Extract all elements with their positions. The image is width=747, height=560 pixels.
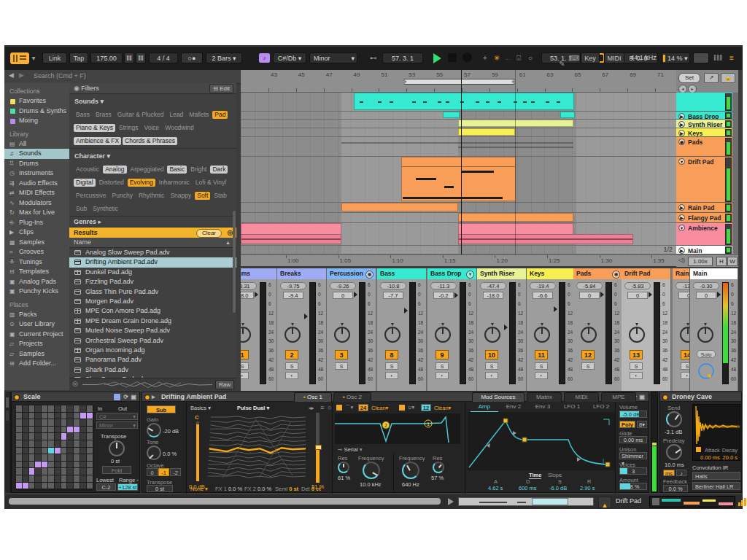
unfold-icon[interactable]: ▾ — [678, 158, 685, 165]
lock-envelopes-icon[interactable]: 🔒 — [721, 73, 735, 83]
filter-tag-inharmonic[interactable]: Inharmonic — [157, 179, 192, 187]
sidebar-item-clips[interactable]: ▶Clips — [4, 228, 69, 238]
ir-waveform-display[interactable]: Attack Decay 0.00 ms 20.0 s — [692, 404, 740, 461]
glide-box[interactable]: 0.00 ms — [619, 436, 647, 443]
scale-grid-cell[interactable] — [80, 427, 86, 433]
f1-res-value[interactable]: 61 % — [338, 475, 350, 481]
scale-grid-cell[interactable] — [61, 468, 67, 475]
scale-grid-cell[interactable] — [55, 419, 61, 426]
env-time-toggle[interactable]: Time — [529, 472, 541, 479]
solo-button[interactable]: S — [285, 362, 298, 370]
track-play-icon[interactable]: ▶ — [678, 247, 685, 254]
scale-grid-cell[interactable] — [67, 448, 73, 454]
track-number-button[interactable]: 8 — [385, 350, 398, 359]
scale-grid-cell[interactable] — [80, 468, 86, 475]
scale-grid-cell[interactable] — [67, 468, 73, 475]
scale-grid-cell[interactable] — [61, 448, 67, 454]
scale-grid-cell[interactable] — [55, 454, 61, 461]
mixer-track-title[interactable]: Synth Riser — [477, 268, 526, 279]
tab-mpe[interactable]: MPE — [601, 392, 636, 402]
raw-preview-button[interactable]: Raw — [215, 380, 234, 389]
midi-map-button[interactable]: MIDI — [604, 52, 624, 63]
logo-menu-chevron-icon[interactable]: ▾ — [31, 52, 36, 63]
fx2-value[interactable]: FX 2 0.0 % — [244, 486, 271, 492]
sidebar-item-mixing[interactable]: Mixing — [4, 116, 69, 126]
browser-forward-icon[interactable]: ▶ — [19, 71, 24, 79]
scale-grid-cell[interactable] — [87, 405, 93, 412]
filter-tag-digital[interactable]: Digital — [74, 179, 96, 187]
track-lane-drift-pad[interactable] — [241, 157, 676, 203]
scale-grid-cell[interactable] — [74, 468, 80, 475]
arrangement-overview[interactable] — [458, 497, 594, 506]
scale-grid-cell[interactable] — [16, 413, 22, 419]
arrangement-scroll-gutter[interactable] — [732, 93, 738, 254]
filter-tag-acoustic[interactable]: Acoustic — [74, 166, 101, 174]
filter-tag-sub[interactable]: Sub — [74, 205, 89, 213]
unison-mode-menu[interactable]: Shimmer ▾ — [619, 452, 647, 459]
expand-device-icon[interactable]: ▸ — [152, 392, 155, 402]
scale-grid-cell[interactable] — [29, 419, 35, 426]
warning-button[interactable]: ▲ — [598, 497, 611, 508]
track-header-rain-pad[interactable]: ▶Rain Pad — [676, 203, 732, 213]
sidebar-item-drums[interactable]: ⠿Drums — [4, 159, 69, 169]
preview-speaker-icon[interactable]: ◎ — [72, 380, 78, 387]
track-lane-flangy-pad[interactable] — [241, 213, 676, 223]
track-lane-pads[interactable] — [241, 137, 676, 157]
ir-file-menu[interactable]: Berliner Hall LR — [692, 482, 740, 490]
scale-grid-cell[interactable] — [48, 468, 54, 475]
unfold-icon[interactable]: ▾ — [678, 225, 685, 231]
scale-grid-cell[interactable] — [48, 475, 54, 482]
result-item[interactable]: Shark Pad.adv — [69, 365, 236, 375]
octave-option--2[interactable]: -2 — [170, 468, 181, 476]
track-header-flangy-pad[interactable]: ▶Flangy Pad — [676, 213, 732, 223]
tab-osc2[interactable]: ▪ Osc 2 — [333, 392, 371, 402]
cpu-meter[interactable]: 14 % ▾ — [661, 52, 690, 63]
monitor-button[interactable]: ◐ — [285, 372, 298, 379]
volume-fader-marker[interactable] — [717, 292, 721, 298]
volume-value-box[interactable]: 0 — [627, 292, 648, 299]
scale-grid-cell[interactable] — [80, 419, 86, 426]
key-map-button[interactable]: Key — [581, 52, 600, 63]
volume-value-box[interactable]: -9.4 — [283, 292, 303, 299]
scale-grid-cell[interactable] — [55, 468, 61, 475]
peak-level-readout[interactable]: -5.84 — [576, 282, 603, 289]
edit-filters-button[interactable]: ⊟ Edit — [209, 84, 233, 93]
scale-grid-cell[interactable] — [48, 427, 54, 433]
scale-grid-cell[interactable] — [80, 483, 86, 489]
filter-tag-soft[interactable]: Soft — [195, 192, 210, 200]
env-tab-lfo-[interactable]: LFO 1 — [558, 402, 586, 411]
track-header-unnamed[interactable] — [676, 93, 732, 112]
scale-grid-cell[interactable] — [42, 440, 47, 447]
result-item[interactable]: MPE Con Amore Pad.adg — [69, 306, 236, 316]
peak-level-readout[interactable]: -47.4 — [480, 282, 506, 289]
scale-grid-cell[interactable] — [67, 440, 73, 447]
scale-grid-cell[interactable] — [42, 433, 47, 440]
scale-grid-cell[interactable] — [74, 483, 80, 489]
preview-waveform[interactable] — [82, 381, 212, 389]
track-lane-main[interactable] — [241, 246, 676, 254]
scale-grid-cell[interactable] — [74, 427, 80, 433]
fx1-value[interactable]: FX 1 0.0 % — [215, 486, 242, 492]
wave-list-icon[interactable]: ≡ — [320, 404, 324, 411]
pan-knob[interactable] — [629, 327, 645, 343]
poly-voices-menu[interactable]: 8▾ — [637, 421, 647, 428]
fold-button[interactable]: Fold — [102, 466, 131, 474]
envelope-display[interactable] — [468, 412, 615, 470]
scale-grid-cell[interactable] — [35, 475, 41, 482]
filter-tag-woodwind[interactable]: Woodwind — [163, 124, 196, 132]
result-item[interactable]: Organ Incoming.adg — [69, 346, 236, 355]
scale-grid-cell[interactable] — [16, 483, 22, 489]
scale-grid-cell[interactable] — [16, 419, 22, 426]
track-lane-ambience[interactable] — [241, 223, 676, 246]
scale-grid-cell[interactable] — [87, 454, 93, 461]
sidebar-item-audio-effects[interactable]: ⇶Audio Effects — [4, 179, 69, 189]
pan-knob[interactable] — [241, 327, 251, 343]
sidebar-item-templates[interactable]: ⊟Templates — [4, 267, 69, 277]
filter1-on-icon[interactable] — [336, 405, 342, 411]
save-preset-icon[interactable]: ▣ — [639, 392, 645, 402]
send-value[interactable]: -3.1 dB — [665, 429, 682, 435]
mixer-strip-breaks[interactable]: Breaks-9.75-9.460612182430364248602S◐ — [277, 268, 327, 391]
preview-volume-knob[interactable] — [698, 363, 714, 379]
f1-freq-knob[interactable] — [363, 462, 380, 479]
scale-grid-cell[interactable] — [74, 440, 80, 447]
